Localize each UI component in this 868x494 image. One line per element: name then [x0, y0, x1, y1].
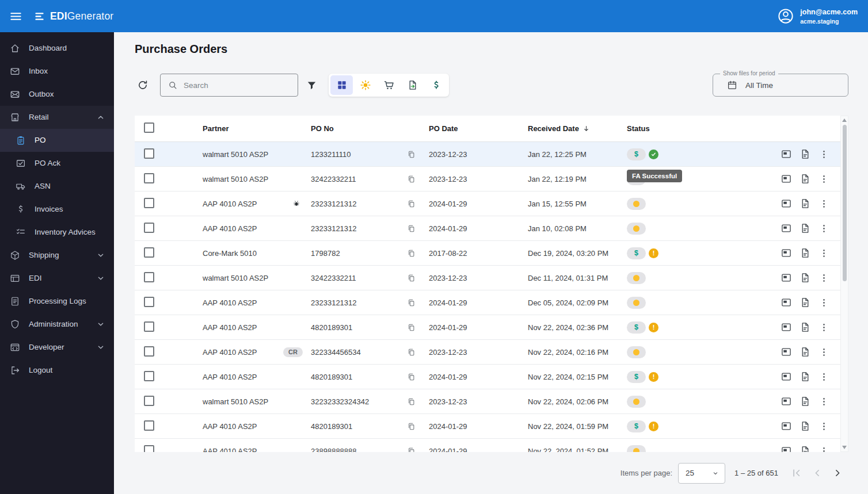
sidebar-item-dashboard[interactable]: Dashboard: [0, 37, 114, 60]
preview-icon[interactable]: [781, 148, 792, 160]
table-row[interactable]: AAP 4010 AS2P48201893012024-01-29Nov 22,…: [135, 414, 840, 439]
preview-icon[interactable]: [781, 173, 792, 185]
export-document-icon[interactable]: [800, 223, 811, 234]
sidebar-item-po-ack[interactable]: PO Ack: [0, 152, 114, 175]
row-menu-icon[interactable]: [818, 347, 829, 358]
export-document-icon[interactable]: [800, 420, 811, 432]
copy-icon[interactable]: [407, 298, 416, 307]
copy-icon[interactable]: [407, 447, 416, 453]
preview-icon[interactable]: [781, 445, 792, 452]
previous-page-button[interactable]: [809, 466, 824, 481]
export-document-icon[interactable]: [800, 173, 811, 185]
filter-doc-export-button[interactable]: [401, 75, 424, 95]
preview-icon[interactable]: [781, 346, 792, 358]
copy-icon[interactable]: [407, 224, 416, 233]
table-row[interactable]: walmart 5010 AS2P324223322112023-12-23De…: [135, 266, 840, 290]
sidebar-item-asn[interactable]: ASN: [0, 175, 114, 198]
next-page-button[interactable]: [830, 466, 845, 481]
row-menu-icon[interactable]: [818, 198, 829, 209]
scroll-up-icon[interactable]: [842, 118, 847, 122]
copy-icon[interactable]: [407, 323, 416, 332]
copy-icon[interactable]: [407, 150, 416, 159]
sidebar-item-logout[interactable]: Logout: [0, 359, 114, 382]
copy-icon[interactable]: [407, 200, 416, 208]
select-all-checkbox[interactable]: [144, 122, 154, 133]
row-checkbox[interactable]: [144, 272, 154, 282]
row-menu-icon[interactable]: [818, 372, 829, 382]
row-checkbox[interactable]: [144, 420, 154, 431]
sidebar-item-inbox[interactable]: Inbox: [0, 60, 114, 83]
row-menu-icon[interactable]: [818, 297, 829, 308]
export-document-icon[interactable]: [800, 198, 811, 209]
table-row[interactable]: AAP 4010 AS2P232331213122024-01-29Jan 10…: [135, 216, 840, 241]
filter-button[interactable]: [306, 80, 317, 91]
filter-grid-button[interactable]: [330, 75, 353, 95]
sidebar-item-po[interactable]: PO: [0, 129, 114, 152]
export-document-icon[interactable]: [800, 272, 811, 284]
table-row[interactable]: AAP 4010 AS2P232331213122024-01-29Jan 15…: [135, 192, 840, 216]
export-document-icon[interactable]: [800, 371, 811, 382]
export-document-icon[interactable]: [800, 148, 811, 160]
sidebar-item-retail[interactable]: Retail: [0, 106, 114, 129]
row-menu-icon[interactable]: [818, 248, 829, 259]
preview-icon[interactable]: [781, 272, 792, 284]
menu-icon[interactable]: [9, 10, 22, 23]
copy-icon[interactable]: [407, 348, 416, 357]
table-scrollbar[interactable]: [840, 116, 848, 452]
row-checkbox[interactable]: [144, 321, 154, 332]
row-checkbox[interactable]: [144, 198, 154, 208]
sidebar-item-shipping[interactable]: Shipping: [0, 244, 114, 267]
table-row[interactable]: walmart 5010 AS2P12332111102023-12-23Jan…: [135, 142, 840, 167]
sidebar-item-invoices[interactable]: Invoices: [0, 198, 114, 221]
table-row[interactable]: AAP 4010 AS2P238988888882024-01-29Nov 22…: [135, 439, 840, 452]
column-header-po-date[interactable]: PO Date: [425, 124, 524, 133]
export-document-icon[interactable]: [800, 297, 811, 308]
export-document-icon[interactable]: [800, 445, 811, 452]
row-checkbox[interactable]: [144, 396, 154, 406]
table-row[interactable]: AAP 4010 AS2P48201893012024-01-29Nov 22,…: [135, 365, 840, 389]
row-checkbox[interactable]: [144, 173, 154, 183]
row-checkbox[interactable]: [144, 346, 154, 357]
preview-icon[interactable]: [781, 396, 792, 407]
copy-icon[interactable]: [407, 373, 416, 381]
sidebar-item-processing-logs[interactable]: Processing Logs: [0, 290, 114, 313]
row-menu-icon[interactable]: [818, 149, 829, 160]
row-checkbox[interactable]: [144, 445, 154, 453]
period-select[interactable]: Show files for period All Time: [713, 74, 848, 97]
column-header-partner[interactable]: Partner: [192, 124, 307, 133]
sidebar-item-outbox[interactable]: Outbox: [0, 83, 114, 106]
sidebar-item-developer[interactable]: Developer: [0, 336, 114, 359]
refresh-button[interactable]: [137, 79, 149, 91]
preview-icon[interactable]: [781, 223, 792, 234]
column-header-po-no[interactable]: PO No: [307, 124, 397, 133]
export-document-icon[interactable]: [800, 396, 811, 407]
row-menu-icon[interactable]: [818, 322, 829, 333]
copy-icon[interactable]: [407, 274, 416, 282]
row-menu-icon[interactable]: [818, 446, 829, 453]
table-row[interactable]: Core-Mark 501017987822017-08-22Dec 19, 2…: [135, 241, 840, 266]
user-menu[interactable]: john@acme.com acme.staging: [777, 7, 858, 25]
row-menu-icon[interactable]: [818, 421, 829, 432]
column-header-received-date[interactable]: Received Date: [524, 124, 623, 133]
search-box[interactable]: [160, 74, 298, 97]
row-checkbox[interactable]: [144, 247, 154, 258]
row-menu-icon[interactable]: [818, 174, 829, 185]
scroll-down-icon[interactable]: [842, 446, 847, 449]
copy-icon[interactable]: [407, 397, 416, 406]
table-row[interactable]: AAP 4010 AS2PCR3223344565342023-12-23Nov…: [135, 340, 840, 365]
filter-cart-button[interactable]: [378, 75, 400, 95]
export-document-icon[interactable]: [800, 346, 811, 358]
copy-icon[interactable]: [407, 175, 416, 183]
preview-icon[interactable]: [781, 198, 792, 209]
preview-icon[interactable]: [781, 247, 792, 259]
copy-icon[interactable]: [407, 422, 416, 431]
table-row[interactable]: walmart 5010 AS2P322323323243422023-12-2…: [135, 389, 840, 414]
sidebar-item-inventory-advices[interactable]: Inventory Advices: [0, 221, 114, 244]
preview-icon[interactable]: [781, 321, 792, 333]
row-checkbox[interactable]: [144, 148, 154, 159]
scroll-thumb[interactable]: [843, 125, 847, 281]
preview-icon[interactable]: [781, 371, 792, 382]
row-checkbox[interactable]: [144, 371, 154, 381]
sidebar-item-edi[interactable]: EDI: [0, 267, 114, 290]
preview-icon[interactable]: [781, 297, 792, 308]
